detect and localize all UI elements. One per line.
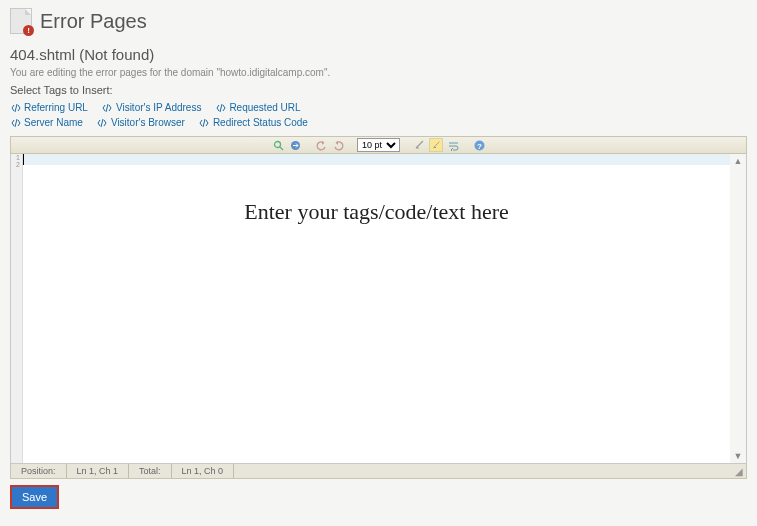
error-page-icon: ! [10,8,32,34]
undo-icon[interactable] [314,138,328,152]
tag-label: Referring URL [24,102,88,113]
save-button[interactable]: Save [10,485,59,509]
svg-text:?: ? [477,141,482,150]
line-number: 2 [11,161,20,168]
editor-toolbar: 10 pt ? [10,136,747,154]
code-icon [97,117,108,128]
wrap-icon[interactable] [446,138,460,152]
current-line-highlight [23,154,730,165]
file-title: 404.shtml (Not found) [0,40,757,65]
tag-label: Redirect Status Code [213,117,308,128]
editor-textarea[interactable]: Enter your tags/code/text here [23,154,730,463]
tag-visitor-ip[interactable]: Visitor's IP Address [102,102,201,113]
tag-visitor-browser[interactable]: Visitor's Browser [97,117,185,128]
tag-requested-url[interactable]: Requested URL [215,102,300,113]
text-cursor [23,154,24,165]
highlight-icon[interactable] [429,138,443,152]
svg-line-1 [280,147,283,150]
tag-label: Server Name [24,117,83,128]
error-badge-icon: ! [23,25,34,36]
status-total-label: Total: [129,464,172,478]
goto-line-icon[interactable] [288,138,302,152]
code-icon [199,117,210,128]
select-tags-label: Select Tags to Insert: [0,80,757,100]
svg-point-0 [274,141,280,147]
tag-label: Requested URL [229,102,300,113]
tag-label: Visitor's Browser [111,117,185,128]
scroll-down-icon[interactable]: ▼ [734,451,743,461]
tag-redirect-status[interactable]: Redirect Status Code [199,117,308,128]
status-position-value: Ln 1, Ch 1 [67,464,130,478]
scroll-up-icon[interactable]: ▲ [734,156,743,166]
code-editor: 10 pt ? 1 2 Enter your tags/code/text he… [10,136,747,479]
tag-row-1: Referring URL Visitor's IP Address Reque… [0,100,757,115]
font-size-select[interactable]: 10 pt [357,138,400,152]
redo-icon[interactable] [331,138,345,152]
code-icon [10,117,21,128]
tag-row-2: Server Name Visitor's Browser Redirect S… [0,115,757,130]
code-icon [215,102,226,113]
search-icon[interactable] [271,138,285,152]
page-title: Error Pages [40,10,147,33]
actions-bar: Save [10,485,747,509]
resize-grip-icon[interactable]: ◢ [735,466,746,477]
editing-description: You are editing the error pages for the … [0,65,757,80]
tag-label: Visitor's IP Address [116,102,201,113]
tag-referring-url[interactable]: Referring URL [10,102,88,113]
vertical-scrollbar[interactable]: ▲ ▼ [730,154,746,463]
code-icon [10,102,21,113]
tag-server-name[interactable]: Server Name [10,117,83,128]
line-number: 1 [11,154,20,161]
status-total-value: Ln 1, Ch 0 [172,464,235,478]
page-header: ! Error Pages [0,0,757,40]
status-position-label: Position: [11,464,67,478]
editor-statusbar: Position: Ln 1, Ch 1 Total: Ln 1, Ch 0 ◢ [10,464,747,479]
help-icon[interactable]: ? [472,138,486,152]
code-icon [102,102,113,113]
line-gutter: 1 2 [11,154,23,463]
reset-highlight-icon[interactable] [412,138,426,152]
editor-body: 1 2 Enter your tags/code/text here ▲ ▼ [10,154,747,464]
editor-placeholder: Enter your tags/code/text here [23,199,730,225]
